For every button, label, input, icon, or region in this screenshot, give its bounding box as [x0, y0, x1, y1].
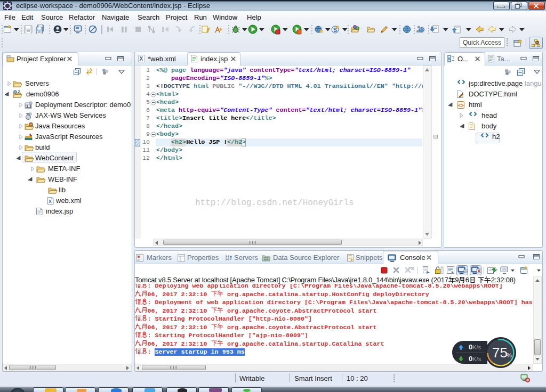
svg-text:%: %: [507, 352, 512, 358]
svg-text:J: J: [18, 89, 20, 93]
svg-text:<>: <>: [458, 103, 464, 109]
svg-text:75: 75: [492, 345, 508, 361]
svg-text:X: X: [140, 56, 143, 62]
svg-text:X: X: [49, 199, 52, 204]
